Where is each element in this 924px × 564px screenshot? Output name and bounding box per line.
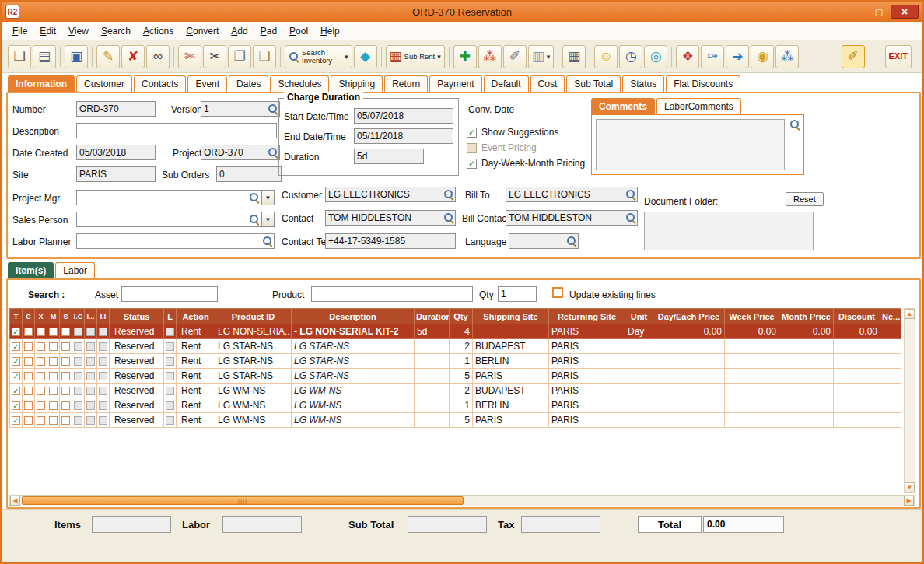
l-checkbox[interactable] <box>166 416 174 425</box>
smiley-button[interactable]: ☺ <box>594 45 618 68</box>
s-checkbox[interactable] <box>61 342 70 351</box>
l-checkbox[interactable] <box>166 342 174 351</box>
c-checkbox[interactable] <box>24 357 33 366</box>
color-cubes-button[interactable]: ❖ <box>676 45 699 68</box>
version-search-icon[interactable] <box>268 103 278 114</box>
exit-button[interactable]: EXIT <box>885 45 912 68</box>
scroll-up-button[interactable]: ▲ <box>905 309 915 319</box>
column-header-qty[interactable]: Qty <box>450 309 473 324</box>
sub-rent-button[interactable]: ▦Sub Rent▾ <box>386 45 445 68</box>
i-c-checkbox[interactable] <box>74 357 82 366</box>
comments-search-icon[interactable] <box>789 119 800 130</box>
tab-customer[interactable]: Customer <box>76 75 132 92</box>
vertical-scrollbar[interactable]: ▲ ▼ <box>904 308 915 493</box>
tab-sub-total[interactable]: Sub Total <box>566 75 621 92</box>
column-header-month-price[interactable]: Month Price <box>779 309 834 324</box>
total-field[interactable] <box>703 516 784 533</box>
color-drop-button[interactable]: ◆ <box>354 45 377 68</box>
sales-person-search-icon[interactable] <box>249 214 260 225</box>
t-checkbox[interactable]: ✓ <box>12 372 20 380</box>
export-sheet-button[interactable]: ✄ <box>178 45 201 68</box>
option-balls-button[interactable]: ⁂ <box>478 45 502 68</box>
t-checkbox[interactable]: ✓ <box>12 342 20 351</box>
site-field[interactable] <box>76 166 156 182</box>
c-checkbox[interactable] <box>24 372 33 380</box>
coins-button[interactable]: ◉ <box>751 45 774 68</box>
menu-item-actions[interactable]: Actions <box>137 24 180 38</box>
l-checkbox[interactable] <box>166 401 174 410</box>
i-c-checkbox[interactable] <box>74 342 82 351</box>
labor-planner-field[interactable] <box>76 233 275 249</box>
cd-disk-button[interactable]: ◎ <box>644 45 667 68</box>
i-i-checkbox[interactable] <box>99 416 107 425</box>
sub-orders-field[interactable] <box>216 166 282 182</box>
column-header-status[interactable]: Status <box>110 309 164 324</box>
contact-tel-field[interactable] <box>325 233 456 249</box>
cut-button[interactable]: ✂ <box>203 45 226 68</box>
i-dots-checkbox[interactable] <box>86 416 95 425</box>
edit-pencil-button[interactable]: ✎ <box>96 45 120 68</box>
menu-item-edit[interactable]: Edit <box>33 24 62 38</box>
number-field[interactable] <box>76 101 156 117</box>
document-folder-box[interactable] <box>644 212 814 250</box>
i-dots-checkbox[interactable] <box>86 357 95 366</box>
tab-schedules[interactable]: Schedules <box>270 75 329 92</box>
customer-field[interactable] <box>325 187 456 202</box>
column-header-description[interactable]: Description <box>292 309 415 324</box>
new-document-button[interactable]: ❏ <box>8 45 31 68</box>
project-mgr-search-icon[interactable] <box>249 192 260 203</box>
copy-button[interactable]: ❐ <box>228 45 251 68</box>
project-mgr-dropdown-button[interactable]: ▼ <box>261 190 275 205</box>
sales-person-field[interactable] <box>76 212 261 227</box>
i-c-checkbox[interactable] <box>74 372 82 380</box>
c-checkbox[interactable] <box>24 401 33 410</box>
tab-shipping[interactable]: Shipping <box>331 75 383 92</box>
l-checkbox[interactable] <box>166 387 174 395</box>
menu-item-file[interactable]: File <box>6 24 33 38</box>
bill-to-field[interactable] <box>506 187 638 202</box>
tab-flat-discounts[interactable]: Flat Discounts <box>666 75 740 92</box>
column-header-discount[interactable]: Discount <box>834 309 880 324</box>
i-c-checkbox[interactable] <box>74 328 82 336</box>
x-checkbox[interactable] <box>37 342 45 351</box>
magic-wand-button[interactable]: ✐ <box>842 45 865 68</box>
minimize-button[interactable]: – <box>849 5 867 19</box>
show-suggestions-checkbox[interactable]: ✓ <box>467 128 477 138</box>
bill-contact-field[interactable] <box>506 210 638 226</box>
tab-information[interactable]: Information <box>8 75 75 92</box>
table-row[interactable]: ✓ReservedRentLG WM-NSLG WM-NS1BERLINPARI… <box>10 398 901 413</box>
event-pricing-checkbox[interactable] <box>467 143 477 153</box>
c-checkbox[interactable] <box>24 342 33 351</box>
t-checkbox[interactable]: ✓ <box>12 357 20 366</box>
table-row[interactable]: ✓ReservedRentLG STAR-NSLG STAR-NS1BERLIN… <box>10 354 901 369</box>
l-checkbox[interactable] <box>166 357 174 366</box>
i-dots-checkbox[interactable] <box>86 342 95 351</box>
paste-button[interactable]: ❑ <box>253 45 276 68</box>
column-header-i-i[interactable]: I.I <box>97 309 110 324</box>
m-checkbox[interactable] <box>49 328 58 336</box>
find-binoculars-button[interactable]: ∞ <box>146 45 170 68</box>
table-row[interactable]: ✓ReservedRentLG WM-NSLG WM-NS5PARISPARIS <box>10 413 901 428</box>
sales-person-dropdown-button[interactable]: ▼ <box>261 212 275 227</box>
menu-item-view[interactable]: View <box>62 24 95 38</box>
column-header-product-id[interactable]: Product ID <box>215 309 292 324</box>
x-checkbox[interactable] <box>37 416 45 425</box>
labor-planner-search-icon[interactable] <box>262 236 273 247</box>
menu-item-pool[interactable]: Pool <box>283 24 314 38</box>
i-dots-checkbox[interactable] <box>86 401 95 410</box>
t-checkbox[interactable]: ✓ <box>12 328 20 336</box>
t-checkbox[interactable]: ✓ <box>12 416 20 425</box>
tab-payment[interactable]: Payment <box>429 75 481 92</box>
scroll-left-button[interactable]: ◀ <box>10 496 20 506</box>
c-checkbox[interactable] <box>24 387 33 395</box>
tab-default[interactable]: Default <box>484 75 529 92</box>
card-stack-button[interactable]: ▥▾ <box>528 45 555 68</box>
menu-item-help[interactable]: Help <box>314 24 346 38</box>
contact-search-icon[interactable] <box>443 212 454 223</box>
column-header-action[interactable]: Action <box>177 309 215 324</box>
column-header-s[interactable]: S <box>60 309 72 324</box>
s-checkbox[interactable] <box>61 416 70 425</box>
column-header-unit[interactable]: Unit <box>625 309 653 324</box>
horizontal-scrollbar[interactable]: ◀ ▶ <box>9 495 915 506</box>
c-checkbox[interactable] <box>24 416 33 425</box>
